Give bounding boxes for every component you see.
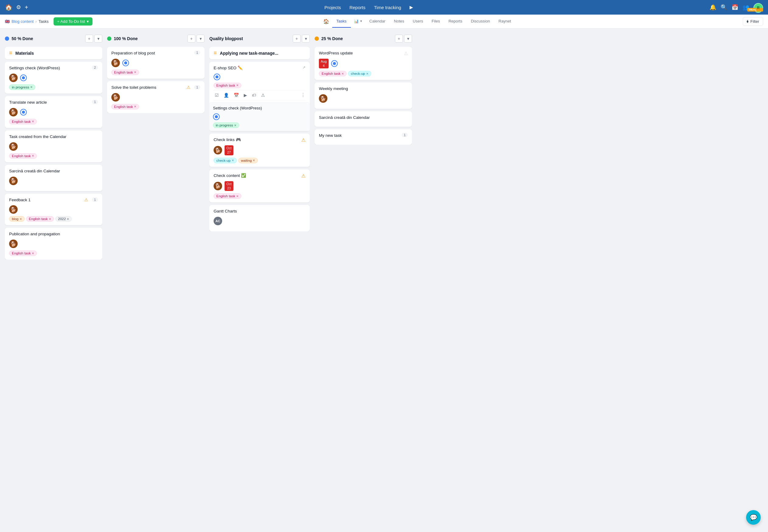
tab-tasks[interactable]: Tasks xyxy=(332,15,351,28)
card-settings-check[interactable]: Settings check (WordPress) 2 🐕 in progre… xyxy=(5,62,102,94)
col-menu-100[interactable]: ▾ xyxy=(197,35,205,43)
breadcrumb-sep: › xyxy=(35,19,36,24)
card-header-sarcina: Sarcină creată din Calendar xyxy=(9,168,98,174)
project-link[interactable]: Blog content xyxy=(12,19,33,24)
card-check-content[interactable]: Check content ✅ ⚠ 🐕 Oct 23 English task … xyxy=(209,169,310,203)
tab-notes[interactable]: Notes xyxy=(390,15,409,28)
tag-english-wp[interactable]: English task ✕ xyxy=(319,71,347,76)
col-menu-50[interactable]: ▾ xyxy=(94,35,102,43)
col-add-quality[interactable]: + xyxy=(293,35,301,43)
tab-files[interactable]: Files xyxy=(427,15,444,28)
card-translate[interactable]: Translate new article 1 🐕 English task ✕ xyxy=(5,96,102,128)
column-quality: Quality blogpost + ▾ ≡ Applying new task… xyxy=(209,33,310,527)
sub-card-circle[interactable] xyxy=(213,113,220,120)
tag-blog[interactable]: blog ✕ xyxy=(9,216,25,222)
calendar-nav-icon[interactable]: 📅 xyxy=(732,4,738,11)
status-circle-wp[interactable] xyxy=(331,60,338,67)
status-circle-eshop[interactable] xyxy=(214,74,220,80)
card-toilet[interactable]: Solve the toilet problems ⚠ 1 🐕 English … xyxy=(107,81,205,113)
column-header-quality: Quality blogpost + ▾ xyxy=(209,33,310,44)
more-dots-eshop[interactable]: ⋮ xyxy=(301,92,306,98)
nav-reports[interactable]: Reports xyxy=(349,5,365,10)
tag-english-prep[interactable]: English task ✕ xyxy=(111,70,139,75)
card-prep-blog[interactable]: Preparation of blog post 1 🐕 English tas… xyxy=(107,47,205,79)
section-card-applying[interactable]: ≡ Applying new task-manage... xyxy=(209,47,310,59)
tag-2022[interactable]: 2022 ✕ xyxy=(55,216,72,222)
toolbar-check[interactable]: ☑ xyxy=(214,92,220,98)
status-circle-translate[interactable] xyxy=(20,109,27,116)
card-header-eshop: E-shop SEO ✏️ ↗ xyxy=(214,65,306,71)
toolbar-warn[interactable]: ⚠ xyxy=(260,92,266,98)
card-gantt[interactable]: Gantt Charts AC xyxy=(209,205,310,231)
tag-english-publication[interactable]: English task ✕ xyxy=(9,250,37,256)
add-todo-button[interactable]: + Add To-Do list ▾ xyxy=(54,17,92,26)
home-sub-icon[interactable]: 🏠 xyxy=(320,19,332,24)
tag-in-progress[interactable]: in progress ✕ xyxy=(9,85,35,90)
col-menu-quality[interactable]: ▾ xyxy=(302,35,310,43)
card-weekly-meeting[interactable]: Weekly meeting 🐕 xyxy=(315,82,412,109)
tag-english-eshop[interactable]: English task ✕ xyxy=(214,83,241,88)
card-sarcina[interactable]: Sarcină creată din Calendar 🐕 xyxy=(5,165,102,191)
nav-projects[interactable]: Projects xyxy=(324,5,341,10)
home-icon[interactable]: 🏠 xyxy=(5,4,12,11)
card-header-gantt: Gantt Charts xyxy=(214,209,306,214)
card-wp-update[interactable]: WordPress update △ Aug 4 English task xyxy=(315,47,412,80)
card-title-toilet: Solve the toilet problems xyxy=(111,85,186,91)
tab-calendar[interactable]: Calendar xyxy=(365,15,390,28)
toolbar-tag[interactable]: 🏷 xyxy=(251,92,258,98)
tab-users[interactable]: Users xyxy=(409,15,427,28)
tab-raynet[interactable]: Raynet xyxy=(494,15,515,28)
card-icon-row-feedback: 🐕 xyxy=(9,205,98,214)
nav-timetracking[interactable]: Time tracking xyxy=(374,5,401,10)
tag-english-toilet[interactable]: English task ✕ xyxy=(111,104,139,109)
filter-button[interactable]: ⧳ Filter xyxy=(743,17,763,26)
card-sarcina-col4[interactable]: Sarcină creată din Calendar xyxy=(315,111,412,127)
col-actions-quality: + ▾ xyxy=(293,35,310,43)
status-circle-prep[interactable] xyxy=(122,60,129,66)
tab-discussion[interactable]: Discussion xyxy=(466,15,494,28)
chat-fab[interactable]: 💬 xyxy=(746,510,761,525)
play-icon[interactable]: ▶ xyxy=(410,5,413,10)
toolbar-play[interactable]: ▶ xyxy=(243,92,248,98)
tag-checkup-links[interactable]: check-up ✕ xyxy=(214,158,237,163)
status-circle-settings[interactable] xyxy=(20,74,27,81)
tag-english-calendar[interactable]: English task ✕ xyxy=(9,153,37,159)
add-icon[interactable]: + xyxy=(25,4,28,11)
toolbar-cal[interactable]: 📅 xyxy=(233,92,240,98)
toolbar-user[interactable]: 👤 xyxy=(223,92,230,98)
top-nav: 🏠 ⚙ + Projects Reports Time tracking ▶ 🔔… xyxy=(0,0,768,15)
search-icon[interactable]: 🔍 xyxy=(721,4,727,11)
tag-english-translate[interactable]: English task ✕ xyxy=(9,119,37,124)
card-calendar-task[interactable]: Task created from the Calendar 🐕 English… xyxy=(5,130,102,162)
kanban-board: 50 % Done + ▾ ≡ Materials Settings check… xyxy=(0,29,768,532)
tag-english-content[interactable]: English task ✕ xyxy=(214,193,241,199)
col-menu-25[interactable]: ▾ xyxy=(404,35,412,43)
col-add-25[interactable]: + xyxy=(395,35,403,43)
col-add-50[interactable]: + xyxy=(85,35,93,43)
tags-wp: English task ✕ check-up ✕ xyxy=(319,71,408,76)
cards-list-100: Preparation of blog post 1 🐕 English tas… xyxy=(107,47,205,113)
date-badge-wp: Aug 4 xyxy=(319,59,329,69)
card-check-links[interactable]: Check links 🎮 ⚠ 🐕 Oct 27 check-up ✕ xyxy=(209,133,310,167)
sub-tag-in-progress[interactable]: in progress ✕ xyxy=(213,123,239,128)
bell-icon[interactable]: 🔔 xyxy=(710,4,716,11)
sub-card-settings[interactable]: Settings check (WordPress) in progress ✕ xyxy=(209,102,310,131)
card-eshop-seo[interactable]: E-shop SEO ✏️ ↗ English task ✕ ☑ xyxy=(209,62,310,131)
tag-checkup-wp[interactable]: check-up ✕ xyxy=(348,71,371,76)
section-card-materials[interactable]: ≡ Materials xyxy=(5,47,102,59)
ext-link-eshop[interactable]: ↗ xyxy=(303,65,306,70)
status-circle-inner xyxy=(22,76,25,79)
tab-reports[interactable]: Reports xyxy=(444,15,467,28)
card-header-weekly: Weekly meeting xyxy=(319,86,408,92)
tag-english-feedback[interactable]: English task ✕ xyxy=(26,216,54,222)
card-my-new-task[interactable]: My new task 1 xyxy=(315,129,412,145)
col-add-100[interactable]: + xyxy=(187,35,196,43)
col-dot-yellow xyxy=(315,36,319,41)
card-publication[interactable]: Publication and propagation 🐕 English ta… xyxy=(5,228,102,260)
tag-waiting-links[interactable]: waiting ✕ xyxy=(238,158,258,163)
card-feedback[interactable]: Feedback 1 ⚠ 1 🐕 blog ✕ English task xyxy=(5,194,102,226)
tab-chart[interactable]: 📊 ▾ xyxy=(351,15,365,28)
card-header-calendar: Task created from the Calendar xyxy=(9,134,98,140)
cards-list-50: ≡ Materials Settings check (WordPress) 2… xyxy=(5,47,102,260)
settings-icon[interactable]: ⚙ xyxy=(16,4,21,11)
